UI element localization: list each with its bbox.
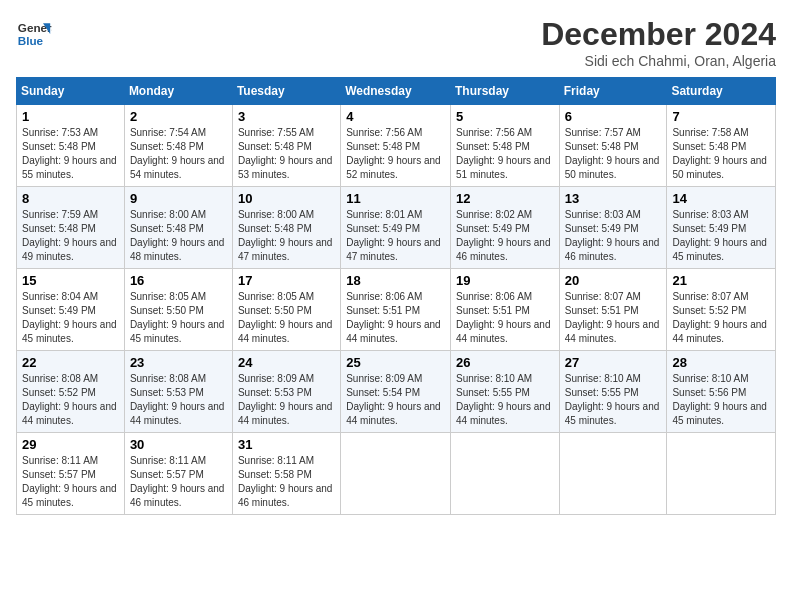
day-number: 18 xyxy=(346,273,445,288)
day-detail: Sunrise: 8:02 AMSunset: 5:49 PMDaylight:… xyxy=(456,208,554,264)
calendar-cell: 17Sunrise: 8:05 AMSunset: 5:50 PMDayligh… xyxy=(232,269,340,351)
day-number: 3 xyxy=(238,109,335,124)
calendar-cell: 23Sunrise: 8:08 AMSunset: 5:53 PMDayligh… xyxy=(124,351,232,433)
day-number: 9 xyxy=(130,191,227,206)
day-detail: Sunrise: 7:58 AMSunset: 5:48 PMDaylight:… xyxy=(672,126,770,182)
day-detail: Sunrise: 8:10 AMSunset: 5:55 PMDaylight:… xyxy=(456,372,554,428)
day-detail: Sunrise: 8:11 AMSunset: 5:57 PMDaylight:… xyxy=(130,454,227,510)
day-number: 31 xyxy=(238,437,335,452)
calendar-cell: 4Sunrise: 7:56 AMSunset: 5:48 PMDaylight… xyxy=(341,105,451,187)
day-number: 19 xyxy=(456,273,554,288)
column-header-sunday: Sunday xyxy=(17,78,125,105)
day-number: 12 xyxy=(456,191,554,206)
day-number: 14 xyxy=(672,191,770,206)
header-row: SundayMondayTuesdayWednesdayThursdayFrid… xyxy=(17,78,776,105)
day-number: 11 xyxy=(346,191,445,206)
calendar-cell: 13Sunrise: 8:03 AMSunset: 5:49 PMDayligh… xyxy=(559,187,667,269)
logo-icon: General Blue xyxy=(16,16,52,52)
calendar-cell: 22Sunrise: 8:08 AMSunset: 5:52 PMDayligh… xyxy=(17,351,125,433)
calendar-cell: 12Sunrise: 8:02 AMSunset: 5:49 PMDayligh… xyxy=(450,187,559,269)
day-detail: Sunrise: 8:11 AMSunset: 5:57 PMDaylight:… xyxy=(22,454,119,510)
day-detail: Sunrise: 8:11 AMSunset: 5:58 PMDaylight:… xyxy=(238,454,335,510)
day-number: 21 xyxy=(672,273,770,288)
day-number: 22 xyxy=(22,355,119,370)
calendar-cell: 7Sunrise: 7:58 AMSunset: 5:48 PMDaylight… xyxy=(667,105,776,187)
day-number: 13 xyxy=(565,191,662,206)
calendar-cell: 30Sunrise: 8:11 AMSunset: 5:57 PMDayligh… xyxy=(124,433,232,515)
day-number: 28 xyxy=(672,355,770,370)
calendar-cell: 5Sunrise: 7:56 AMSunset: 5:48 PMDaylight… xyxy=(450,105,559,187)
day-detail: Sunrise: 8:00 AMSunset: 5:48 PMDaylight:… xyxy=(238,208,335,264)
day-detail: Sunrise: 7:56 AMSunset: 5:48 PMDaylight:… xyxy=(456,126,554,182)
day-detail: Sunrise: 8:03 AMSunset: 5:49 PMDaylight:… xyxy=(565,208,662,264)
day-detail: Sunrise: 8:04 AMSunset: 5:49 PMDaylight:… xyxy=(22,290,119,346)
calendar-cell xyxy=(559,433,667,515)
column-header-wednesday: Wednesday xyxy=(341,78,451,105)
day-detail: Sunrise: 8:05 AMSunset: 5:50 PMDaylight:… xyxy=(238,290,335,346)
day-detail: Sunrise: 8:10 AMSunset: 5:56 PMDaylight:… xyxy=(672,372,770,428)
day-detail: Sunrise: 8:03 AMSunset: 5:49 PMDaylight:… xyxy=(672,208,770,264)
day-detail: Sunrise: 7:57 AMSunset: 5:48 PMDaylight:… xyxy=(565,126,662,182)
day-number: 7 xyxy=(672,109,770,124)
week-row-5: 29Sunrise: 8:11 AMSunset: 5:57 PMDayligh… xyxy=(17,433,776,515)
calendar-cell: 21Sunrise: 8:07 AMSunset: 5:52 PMDayligh… xyxy=(667,269,776,351)
day-detail: Sunrise: 8:01 AMSunset: 5:49 PMDaylight:… xyxy=(346,208,445,264)
column-header-thursday: Thursday xyxy=(450,78,559,105)
column-header-friday: Friday xyxy=(559,78,667,105)
day-detail: Sunrise: 8:07 AMSunset: 5:51 PMDaylight:… xyxy=(565,290,662,346)
day-detail: Sunrise: 8:08 AMSunset: 5:53 PMDaylight:… xyxy=(130,372,227,428)
calendar-cell xyxy=(667,433,776,515)
day-number: 25 xyxy=(346,355,445,370)
day-detail: Sunrise: 7:53 AMSunset: 5:48 PMDaylight:… xyxy=(22,126,119,182)
day-number: 15 xyxy=(22,273,119,288)
svg-text:Blue: Blue xyxy=(18,34,44,47)
day-detail: Sunrise: 8:06 AMSunset: 5:51 PMDaylight:… xyxy=(346,290,445,346)
day-number: 2 xyxy=(130,109,227,124)
day-detail: Sunrise: 8:07 AMSunset: 5:52 PMDaylight:… xyxy=(672,290,770,346)
calendar-cell: 9Sunrise: 8:00 AMSunset: 5:48 PMDaylight… xyxy=(124,187,232,269)
day-number: 23 xyxy=(130,355,227,370)
calendar-cell: 3Sunrise: 7:55 AMSunset: 5:48 PMDaylight… xyxy=(232,105,340,187)
day-number: 24 xyxy=(238,355,335,370)
day-number: 10 xyxy=(238,191,335,206)
day-detail: Sunrise: 7:59 AMSunset: 5:48 PMDaylight:… xyxy=(22,208,119,264)
calendar-cell: 1Sunrise: 7:53 AMSunset: 5:48 PMDaylight… xyxy=(17,105,125,187)
day-detail: Sunrise: 8:10 AMSunset: 5:55 PMDaylight:… xyxy=(565,372,662,428)
calendar-cell xyxy=(450,433,559,515)
calendar-cell: 29Sunrise: 8:11 AMSunset: 5:57 PMDayligh… xyxy=(17,433,125,515)
month-title: December 2024 xyxy=(541,16,776,53)
day-number: 5 xyxy=(456,109,554,124)
day-number: 26 xyxy=(456,355,554,370)
logo: General Blue xyxy=(16,16,52,52)
calendar-cell: 18Sunrise: 8:06 AMSunset: 5:51 PMDayligh… xyxy=(341,269,451,351)
day-number: 8 xyxy=(22,191,119,206)
calendar-cell: 6Sunrise: 7:57 AMSunset: 5:48 PMDaylight… xyxy=(559,105,667,187)
calendar-cell: 24Sunrise: 8:09 AMSunset: 5:53 PMDayligh… xyxy=(232,351,340,433)
day-number: 20 xyxy=(565,273,662,288)
column-header-saturday: Saturday xyxy=(667,78,776,105)
calendar-cell: 28Sunrise: 8:10 AMSunset: 5:56 PMDayligh… xyxy=(667,351,776,433)
week-row-4: 22Sunrise: 8:08 AMSunset: 5:52 PMDayligh… xyxy=(17,351,776,433)
week-row-2: 8Sunrise: 7:59 AMSunset: 5:48 PMDaylight… xyxy=(17,187,776,269)
day-number: 1 xyxy=(22,109,119,124)
day-detail: Sunrise: 8:06 AMSunset: 5:51 PMDaylight:… xyxy=(456,290,554,346)
day-detail: Sunrise: 7:55 AMSunset: 5:48 PMDaylight:… xyxy=(238,126,335,182)
day-number: 30 xyxy=(130,437,227,452)
calendar-cell: 20Sunrise: 8:07 AMSunset: 5:51 PMDayligh… xyxy=(559,269,667,351)
calendar-cell: 25Sunrise: 8:09 AMSunset: 5:54 PMDayligh… xyxy=(341,351,451,433)
day-detail: Sunrise: 7:54 AMSunset: 5:48 PMDaylight:… xyxy=(130,126,227,182)
day-detail: Sunrise: 8:00 AMSunset: 5:48 PMDaylight:… xyxy=(130,208,227,264)
day-number: 16 xyxy=(130,273,227,288)
week-row-1: 1Sunrise: 7:53 AMSunset: 5:48 PMDaylight… xyxy=(17,105,776,187)
day-detail: Sunrise: 8:09 AMSunset: 5:54 PMDaylight:… xyxy=(346,372,445,428)
calendar-cell: 10Sunrise: 8:00 AMSunset: 5:48 PMDayligh… xyxy=(232,187,340,269)
calendar-cell: 8Sunrise: 7:59 AMSunset: 5:48 PMDaylight… xyxy=(17,187,125,269)
calendar-cell: 15Sunrise: 8:04 AMSunset: 5:49 PMDayligh… xyxy=(17,269,125,351)
calendar-cell: 11Sunrise: 8:01 AMSunset: 5:49 PMDayligh… xyxy=(341,187,451,269)
day-number: 4 xyxy=(346,109,445,124)
week-row-3: 15Sunrise: 8:04 AMSunset: 5:49 PMDayligh… xyxy=(17,269,776,351)
column-header-monday: Monday xyxy=(124,78,232,105)
calendar-table: SundayMondayTuesdayWednesdayThursdayFrid… xyxy=(16,77,776,515)
calendar-cell: 27Sunrise: 8:10 AMSunset: 5:55 PMDayligh… xyxy=(559,351,667,433)
page-header: General Blue December 2024 Sidi ech Chah… xyxy=(16,16,776,69)
